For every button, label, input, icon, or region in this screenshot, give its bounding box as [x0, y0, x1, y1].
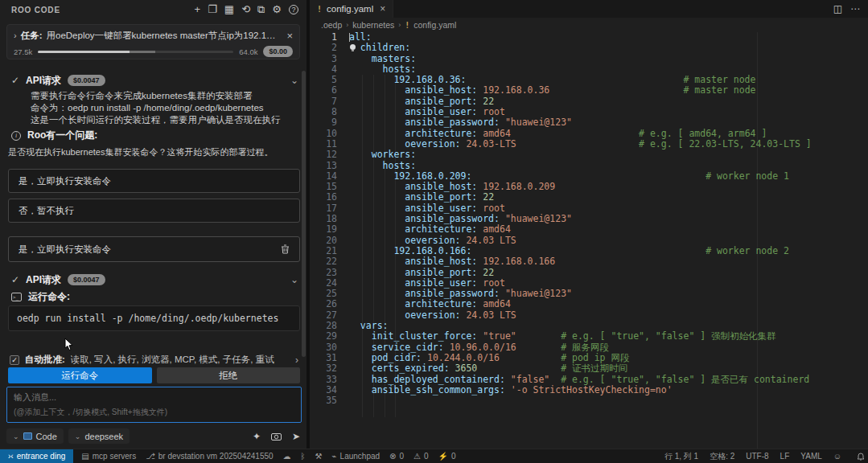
more-actions-icon[interactable]: ⋯ — [850, 3, 860, 14]
reject-button[interactable]: 拒绝 — [157, 367, 301, 383]
code-line: 2 children: — [310, 43, 868, 53]
panel-title: ROO CODE — [11, 6, 60, 14]
chat-input[interactable] — [14, 391, 294, 406]
encoding-text: UTF-8 — [746, 452, 768, 461]
task-close-button[interactable]: × — [283, 30, 293, 42]
chat-input-box[interactable]: (@添加上下文，/切换模式, Shift+拖拽文件) — [6, 387, 302, 423]
breadcrumb-file[interactable]: config.yaml — [413, 20, 456, 30]
chevron-right-icon[interactable]: › — [295, 354, 298, 366]
code-line: 27 oeversion: 24.03 LTS — [310, 310, 868, 321]
command-box[interactable]: oedp run install -p /home/ding/.oedp/kub… — [8, 305, 300, 331]
panel-scrollbar[interactable] — [302, 71, 306, 357]
status-item-errors[interactable]: ⊗0 — [385, 449, 409, 463]
remote-indicator-text: entrance ding — [17, 452, 66, 461]
history-icon[interactable]: ⟲ — [241, 4, 250, 15]
code-line: 16 ansible_port: 22 — [310, 192, 868, 203]
enhance-prompt-icon[interactable]: ✦ — [253, 431, 261, 442]
status-item-launchpad[interactable]: ⌁Launchpad — [327, 449, 385, 463]
minimap-border — [757, 32, 758, 449]
auto-approve-items: 读取, 写入, 执行, 浏览器, MCP, 模式, 子任务, 重试 — [71, 354, 274, 366]
status-bar: ›‹entrance ding▤mcp servers⎇br devstatio… — [0, 449, 868, 463]
code-line: 34 ansible_ssh_common_args: '-o StrictHo… — [310, 385, 868, 395]
code-line: 35 — [310, 395, 868, 406]
status-item-git-branch[interactable]: ⎇br devstation vm 202504241550 — [141, 449, 278, 463]
status-item-cursor-position[interactable]: 行 1, 列 1 — [659, 449, 704, 463]
status-item-warnings[interactable]: ⚠0 — [409, 449, 434, 463]
new-task-icon[interactable]: + — [195, 4, 201, 15]
breadcrumb-folder[interactable]: .oedp — [321, 20, 342, 30]
code-line: 20 oeversion: 24.03 LTS — [310, 236, 868, 246]
api-request-row-1[interactable]: ✓ API请求 $0.0047 ⌄ — [11, 74, 298, 87]
status-item-tools[interactable]: ⚒ — [311, 449, 327, 463]
tab-config-yaml[interactable]: ! config.yaml × — [310, 0, 393, 18]
status-item-language-mode[interactable]: YAML — [795, 449, 828, 463]
notifications-bell-icon[interactable] — [854, 452, 868, 461]
auto-approve-checkbox[interactable]: ✓ — [10, 355, 19, 365]
git-branch-icon: ⎇ — [146, 452, 155, 461]
warnings-icon: ⚠ — [413, 452, 421, 461]
caret-icon: ⌄ — [13, 432, 19, 440]
trash-icon[interactable] — [281, 244, 290, 254]
code-editor[interactable]: 1all:2 children:3 masters:4 hosts:5 192.… — [310, 32, 868, 449]
model-selector[interactable]: ⌄ deepseek — [68, 428, 130, 444]
status-item-indentation[interactable]: 空格: 2 — [704, 449, 740, 463]
camera-icon[interactable] — [271, 432, 282, 440]
code-line: 22 ansible_host: 192.168.0.166 — [310, 256, 868, 267]
help-icon[interactable]: ? — [289, 5, 298, 14]
chevron-down-icon[interactable]: ⌄ — [290, 75, 298, 86]
suggestion-button[interactable]: 是，立即执行安装命令 — [8, 169, 300, 193]
mode-label: Code — [36, 432, 57, 441]
chevron-right-icon: › — [346, 21, 348, 29]
code-line: 32 certs_expired: 3650 # 证书过期时间 — [310, 363, 868, 374]
mode-selector[interactable]: ⌄ Code — [6, 428, 64, 444]
status-item-remote-indicator[interactable]: ›‹entrance ding — [0, 449, 73, 463]
answer-box[interactable]: 是，立即执行安装命令 — [8, 236, 300, 262]
run-command-label: 运行命令: — [28, 290, 70, 304]
status-item-bluetooth[interactable]: ᛒ — [296, 449, 311, 463]
errors-text: 0 — [400, 452, 405, 461]
breadcrumb[interactable]: .oedp › kubernetes › ! config.yaml — [310, 18, 868, 32]
run-command-button[interactable]: 运行命令 — [8, 367, 152, 383]
terminal-icon: >_ — [11, 293, 22, 301]
auto-approve-row[interactable]: ✓ 自动批准: 读取, 写入, 执行, 浏览器, MCP, 模式, 子任务, 重… — [10, 354, 298, 366]
status-item-feedback[interactable]: ☺ — [828, 449, 847, 463]
caret-icon: ⌄ — [75, 432, 81, 440]
chevron-down-icon[interactable]: ⌄ — [290, 274, 298, 285]
mcp-servers-icon: ▤ — [81, 452, 88, 461]
status-item-radio-tower[interactable]: ⚡0 — [434, 449, 461, 463]
open-in-editor-icon[interactable]: ⧉ — [257, 4, 265, 15]
api-request-row-2[interactable]: ✓ API请求 $0.0047 ⌄ — [11, 273, 298, 286]
context-progress-bar — [38, 51, 233, 53]
code-line: 13 hosts: — [310, 161, 868, 171]
settings-icon[interactable]: ⚙ — [272, 4, 282, 15]
radio-tower-text: 0 — [451, 452, 456, 461]
tokens-used: 27.5k — [14, 47, 32, 56]
chevron-right-icon: › — [398, 21, 401, 29]
code-line: 6 ansible_host: 192.168.0.36 # master no… — [310, 85, 868, 96]
code-line: 25 ansible_password: "huawei@123" — [310, 289, 868, 299]
tab-close-icon[interactable]: × — [380, 3, 385, 14]
api-message-line: 需要执行命令行命令来完成kubernetes集群的安装部署 — [31, 90, 297, 102]
bluetooth-icon: ᛒ — [301, 452, 306, 461]
status-item-encoding[interactable]: UTF-8 — [740, 449, 774, 463]
status-item-eol[interactable]: LF — [775, 449, 796, 463]
suggestion-button[interactable]: 否，暂不执行 — [8, 199, 300, 223]
code-line: 29 init_cluster_force: "true" # e.g. [ "… — [310, 331, 868, 342]
code-line: 11 oeversion: 24.03-LTS # e.g. [ 22.03-L… — [310, 139, 868, 150]
breadcrumb-folder[interactable]: kubernetes — [352, 20, 394, 30]
status-item-mcp-servers[interactable]: ▤mcp servers — [76, 449, 141, 463]
code-line: 12 workers: — [310, 150, 868, 160]
send-icon[interactable]: ➤ — [292, 431, 300, 442]
mcp-servers-icon[interactable]: ▦ — [224, 4, 234, 15]
info-icon: i — [11, 131, 21, 141]
split-editor-icon[interactable]: ◫ — [833, 3, 842, 14]
code-line: 4 hosts: — [310, 64, 868, 75]
task-card[interactable]: › 任务: 用oeDeploy一键部署kubernetes master节点ip… — [6, 24, 300, 59]
panel-header-icons: +❐▦⟲⧉⚙? — [195, 4, 298, 15]
api-request-label: API请求 — [26, 74, 61, 88]
code-line: 21 192.168.0.166: # worker node 2 — [310, 246, 868, 256]
task-expand-chevron[interactable]: › — [14, 31, 17, 40]
status-item-sync[interactable]: ☁ — [278, 449, 296, 463]
code-line: 9 ansible_password: "huawei@123" — [310, 117, 868, 128]
marketplace-icon[interactable]: ❐ — [208, 4, 217, 15]
